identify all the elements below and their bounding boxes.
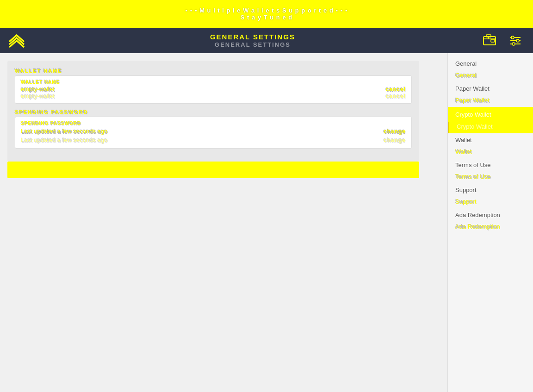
navbar: GENERAL SETTINGS GENERAL SETTINGS	[0, 28, 533, 53]
banner-line1: ▪ ▪ ▪ M u l t i p l e W a l l e t s S u …	[185, 7, 347, 14]
sidebar-ada-redemption-shadow: Ada Redemption	[448, 222, 533, 233]
logo-icon	[7, 31, 26, 50]
svg-point-9	[516, 39, 519, 42]
svg-point-10	[512, 43, 515, 45]
svg-point-8	[511, 36, 514, 39]
sidebar-paper-wallet-label-main: Paper Wallet	[455, 85, 490, 92]
wallet-name-value2: empty-wallet	[21, 93, 55, 100]
wallet-name-group: WALLET NAME empty-wallet cancel empty-wa…	[15, 75, 412, 104]
sidebar-ada-redemption-label-main: Ada Redemption	[455, 212, 500, 218]
last-updated-1: Last updated a few seconds ago	[21, 128, 107, 135]
sidebar-support-label-shadow: Support	[455, 198, 477, 205]
sidebar-terms: Terms of Use Terms of Use	[448, 158, 533, 183]
sidebar-support-label-main: Support	[455, 187, 477, 193]
spending-password-change-btn1[interactable]: change	[384, 128, 406, 135]
wallet-icon	[483, 34, 496, 48]
sidebar-ada-redemption-label-shadow: Ada Redemption	[455, 223, 500, 230]
last-updated-2: Last updated a few seconds ago	[21, 137, 107, 143]
navbar-title-main: GENERAL SETTINGS	[210, 33, 295, 41]
sidebar-support: Support Support	[448, 183, 533, 208]
sidebar-wallet-label-main: Wallet	[455, 137, 472, 143]
svg-rect-1	[491, 39, 495, 42]
sidebar-paper-wallet: Paper Wallet Paper Wallet	[448, 82, 533, 107]
navbar-icons	[479, 31, 526, 51]
main-layout: WALLET NAME WALLET NAME empty-wallet can…	[0, 53, 533, 392]
settings-icon-button[interactable]	[505, 31, 526, 51]
top-banner: ▪ ▪ ▪ M u l t i p l e W a l l e t s S u …	[0, 0, 533, 28]
sidebar-item-terms[interactable]: Terms of Use	[448, 158, 533, 172]
wallet-name-cancel-btn1[interactable]: cancel	[386, 86, 406, 93]
spending-password-group: SPENDING PASSWORD Last updated a few sec…	[15, 117, 412, 149]
logo-container	[7, 31, 26, 50]
sidebar-item-crypto-wallet[interactable]: Crypto Wallet	[448, 107, 533, 122]
sidebar-item-wallet[interactable]: Wallet	[448, 133, 533, 147]
content-area: WALLET NAME WALLET NAME empty-wallet can…	[0, 53, 447, 392]
sidebar-general-label-shadow: General	[455, 72, 477, 79]
sidebar-general-shadow: General	[448, 70, 533, 82]
spending-password-row2: Last updated a few seconds ago change	[21, 136, 406, 144]
sidebar-wallet: Wallet Wallet	[448, 133, 533, 158]
spending-password-change-btn2[interactable]: change	[384, 137, 406, 143]
wallet-name-field-label: WALLET NAME	[21, 80, 406, 85]
wallet-name-row1: empty-wallet cancel	[21, 86, 406, 93]
sidebar-item-ada-redemption[interactable]: Ada Redemption	[448, 208, 533, 222]
spending-password-section-label: SPENDING PASSWORD	[15, 109, 412, 115]
settings-card: WALLET NAME WALLET NAME empty-wallet can…	[7, 61, 419, 162]
sidebar-paper-wallet-label-shadow: Paper Wallet	[455, 97, 490, 104]
svg-rect-0	[483, 37, 496, 45]
sidebar-wallet-shadow: Wallet	[448, 147, 533, 158]
sidebar-paper-wallet-shadow: Paper Wallet	[448, 95, 533, 107]
navbar-title-shadow: GENERAL SETTINGS	[215, 41, 291, 48]
sidebar-general: General General	[448, 57, 533, 82]
sidebar: General General Paper Wallet Paper Walle…	[447, 53, 533, 392]
sidebar-item-support[interactable]: Support	[448, 183, 533, 197]
sidebar-crypto-wallet-label-main: Crypto Wallet	[455, 111, 491, 118]
sidebar-terms-label-main: Terms of Use	[455, 162, 491, 168]
sidebar-general-label-main: General	[455, 60, 477, 67]
sidebar-terms-shadow: Terms of Use	[448, 172, 533, 183]
wallet-name-cancel-btn2[interactable]: cancel	[386, 93, 406, 100]
sidebar-crypto-wallet-shadow: Crypto Wallet	[448, 122, 533, 133]
banner-line2: S t a y T u n e d	[241, 14, 292, 21]
sidebar-crypto-wallet: Crypto Wallet Crypto Wallet	[448, 107, 533, 133]
sidebar-crypto-wallet-label-shadow: Crypto Wallet	[457, 123, 493, 130]
sidebar-item-general[interactable]: General	[448, 57, 533, 70]
navbar-title: GENERAL SETTINGS GENERAL SETTINGS	[26, 33, 479, 48]
save-bar[interactable]	[7, 162, 419, 178]
settings-icon	[508, 34, 522, 48]
sidebar-terms-label-shadow: Terms of Use	[455, 173, 491, 180]
wallet-icon-button[interactable]	[479, 31, 500, 51]
sidebar-ada-redemption: Ada Redemption Ada Redemption	[448, 208, 533, 233]
wallet-name-section-label: WALLET NAME	[15, 68, 412, 74]
sidebar-wallet-label-shadow: Wallet	[455, 148, 472, 155]
sidebar-item-paper-wallet[interactable]: Paper Wallet	[448, 82, 533, 95]
spending-password-field-label: SPENDING PASSWORD	[21, 121, 406, 126]
wallet-name-row2: empty-wallet cancel	[21, 93, 406, 100]
sidebar-support-shadow: Support	[448, 197, 533, 208]
spending-password-row1: Last updated a few seconds ago change	[21, 127, 406, 136]
wallet-name-value1: empty-wallet	[21, 86, 55, 93]
